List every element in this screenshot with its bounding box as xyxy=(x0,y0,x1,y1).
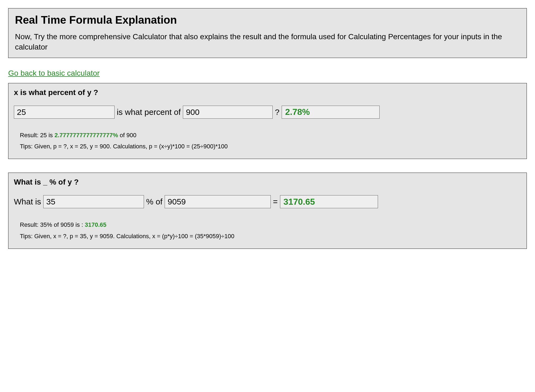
calc2-tips-line: Tips: Given, x = ?, p = 35, y = 9059. Ca… xyxy=(20,231,521,242)
calc1-tips-line: Tips: Given, p = ?, x = 25, y = 900. Cal… xyxy=(20,141,521,152)
page-title: Real Time Formula Explanation xyxy=(15,14,520,26)
calc1-explain: Result: 25 is 2.7777777777777777% of 900… xyxy=(14,130,521,152)
calc1-result: 2.78% xyxy=(282,106,380,119)
calc2-result: 3170.65 xyxy=(280,195,378,208)
calc2-explain: Result: 35% of 9059 is : 3170.65 Tips: G… xyxy=(14,219,521,242)
calc2-panel: What is _ % of y ? What is % of = 3170.6… xyxy=(8,173,527,249)
calc1-title: x is what percent of y ? xyxy=(14,88,521,97)
back-link[interactable]: Go back to basic calculator xyxy=(8,69,100,78)
calc2-equals: = xyxy=(273,197,278,206)
calc2-title: What is _ % of y ? xyxy=(14,178,521,186)
calc1-row: is what percent of ? 2.78% xyxy=(14,106,521,119)
page-subtitle: Now, Try the more comprehensive Calculat… xyxy=(15,32,520,52)
calc1-x-input[interactable] xyxy=(14,106,115,119)
calc1-result-green: 2.7777777777777777% xyxy=(54,132,118,139)
calc1-panel: x is what percent of y ? is what percent… xyxy=(8,83,527,159)
calc2-result-green: 3170.65 xyxy=(85,221,106,228)
calc2-mid-text: % of xyxy=(146,197,162,206)
calc2-result-prefix: Result: 35% of 9059 is : xyxy=(20,221,85,228)
calc2-prefix: What is xyxy=(14,197,41,206)
calc1-mid-text: is what percent of xyxy=(117,108,181,117)
calc1-result-suffix: of 900 xyxy=(118,132,136,139)
calc1-qmark: ? xyxy=(275,108,279,117)
calc2-result-line: Result: 35% of 9059 is : 3170.65 xyxy=(20,219,521,231)
header-panel: Real Time Formula Explanation Now, Try t… xyxy=(8,8,527,58)
calc1-result-prefix: Result: 25 is xyxy=(20,132,54,139)
calc1-y-input[interactable] xyxy=(183,106,273,119)
calc2-y-input[interactable] xyxy=(165,195,271,208)
calc2-row: What is % of = 3170.65 xyxy=(14,195,521,208)
calc2-p-input[interactable] xyxy=(43,195,144,208)
calc1-result-line: Result: 25 is 2.7777777777777777% of 900 xyxy=(20,130,521,141)
